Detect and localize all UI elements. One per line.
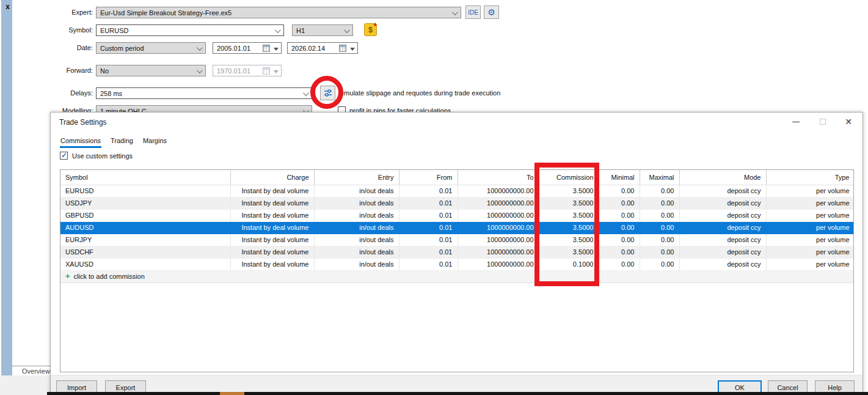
col-maximal[interactable]: Maximal xyxy=(640,170,679,185)
tab-commissions[interactable]: Commissions xyxy=(60,136,101,148)
expert-settings-gear-icon[interactable]: ⚙ xyxy=(484,6,499,19)
table-cell[interactable]: 1000000000.00 xyxy=(458,221,539,234)
col-entry[interactable]: Entry xyxy=(314,170,399,185)
table-cell[interactable]: 1000000000.00 xyxy=(458,234,539,246)
table-cell[interactable]: 1000000000.00 xyxy=(458,185,539,197)
table-cell[interactable]: GBPUSD xyxy=(60,209,230,221)
timeframe-combo[interactable]: H1 xyxy=(292,24,353,36)
table-cell[interactable]: 0.00 xyxy=(599,197,640,209)
col-commission[interactable]: Commission xyxy=(539,170,599,185)
table-cell[interactable]: 0.01 xyxy=(399,185,458,197)
table-cell[interactable]: 1000000000.00 xyxy=(458,197,539,209)
table-cell[interactable]: per volume xyxy=(766,221,854,234)
table-cell[interactable]: 0.00 xyxy=(599,246,640,258)
table-row[interactable]: USDCHFInstant by deal volumein/out deals… xyxy=(60,246,854,258)
table-cell[interactable]: 3.5000 xyxy=(539,209,599,221)
table-cell[interactable]: in/out deals xyxy=(314,185,399,197)
table-cell[interactable]: per volume xyxy=(766,197,854,209)
table-cell[interactable]: 0.01 xyxy=(399,197,458,209)
delays-settings-sliders-icon[interactable] xyxy=(320,86,335,100)
table-cell[interactable]: Instant by deal volume xyxy=(230,197,314,209)
table-cell[interactable]: 0.00 xyxy=(640,234,679,246)
tab-overview[interactable]: Overview xyxy=(22,367,50,375)
table-cell[interactable]: deposit ccy xyxy=(679,209,766,221)
dialog-titlebar[interactable]: Trade Settings — ✕ xyxy=(51,113,863,131)
symbol-properties-button[interactable]: $ + xyxy=(364,23,377,36)
table-cell[interactable]: 0.1000 xyxy=(539,258,599,270)
table-cell[interactable]: EURJPY xyxy=(60,234,230,246)
table-cell[interactable]: 0.01 xyxy=(399,234,458,246)
symbol-combo[interactable]: EURUSD xyxy=(96,24,284,36)
col-mode[interactable]: Mode xyxy=(679,170,766,185)
table-cell[interactable]: per volume xyxy=(766,209,854,221)
table-cell[interactable]: 0.00 xyxy=(640,185,679,197)
expert-combo[interactable]: Eur-Usd Simple Breakout Strategy-Free.ex… xyxy=(96,7,461,18)
table-row[interactable]: GBPUSDInstant by deal volumein/out deals… xyxy=(60,209,854,221)
table-cell[interactable]: 0.00 xyxy=(640,258,679,270)
table-cell[interactable]: 0.01 xyxy=(399,246,458,258)
table-cell[interactable]: 0.00 xyxy=(640,246,679,258)
table-cell[interactable]: deposit ccy xyxy=(679,197,766,209)
table-cell[interactable]: 3.5000 xyxy=(539,234,599,246)
table-row[interactable]: XAUUSDInstant by deal volumein/out deals… xyxy=(60,258,854,270)
table-cell[interactable]: in/out deals xyxy=(314,197,399,209)
table-cell[interactable]: 3.5000 xyxy=(539,185,599,197)
table-cell[interactable]: 0.01 xyxy=(399,258,458,270)
table-cell[interactable]: 0.00 xyxy=(599,209,640,221)
table-row[interactable]: USDJPYInstant by deal volumein/out deals… xyxy=(60,197,854,209)
table-cell[interactable]: 3.5000 xyxy=(539,197,599,209)
table-cell[interactable]: USDJPY xyxy=(60,197,230,209)
table-cell[interactable]: deposit ccy xyxy=(679,258,766,270)
table-cell[interactable]: per volume xyxy=(766,258,854,270)
table-cell[interactable]: 1000000000.00 xyxy=(458,246,539,258)
table-cell[interactable]: per volume xyxy=(766,185,854,197)
forward-combo[interactable]: No xyxy=(96,65,206,76)
table-cell[interactable]: 0.00 xyxy=(599,234,640,246)
use-custom-settings-checkbox[interactable] xyxy=(60,152,68,160)
table-cell[interactable]: in/out deals xyxy=(314,234,399,246)
table-cell[interactable]: Instant by deal volume xyxy=(230,258,314,270)
table-cell[interactable]: Instant by deal volume xyxy=(230,234,314,246)
table-row[interactable]: EURJPYInstant by deal volumein/out deals… xyxy=(60,234,854,246)
table-cell[interactable]: XAUUSD xyxy=(60,258,230,270)
table-cell[interactable]: 0.00 xyxy=(599,185,640,197)
table-row[interactable]: EURUSDInstant by deal volumein/out deals… xyxy=(60,185,854,197)
table-cell[interactable]: 0.00 xyxy=(599,258,640,270)
panel-close-icon[interactable]: x xyxy=(4,3,12,11)
table-cell[interactable]: deposit ccy xyxy=(679,234,766,246)
table-cell[interactable]: Instant by deal volume xyxy=(230,246,314,258)
table-cell[interactable]: 0.00 xyxy=(640,209,679,221)
col-charge[interactable]: Charge xyxy=(230,170,314,185)
table-header-row[interactable]: Symbol Charge Entry From To Commission M… xyxy=(60,170,854,185)
close-icon[interactable]: ✕ xyxy=(838,113,859,131)
date-period-combo[interactable]: Custom period xyxy=(96,42,206,54)
table-cell[interactable]: 3.5000 xyxy=(539,221,599,234)
minimize-icon[interactable]: — xyxy=(786,113,806,131)
table-cell[interactable]: in/out deals xyxy=(314,258,399,270)
table-cell[interactable]: AUDUSD xyxy=(60,221,230,234)
table-cell[interactable]: 0.00 xyxy=(599,221,640,234)
table-cell[interactable]: 3.5000 xyxy=(539,246,599,258)
table-cell[interactable]: EURUSD xyxy=(60,185,230,197)
table-cell[interactable]: 1000000000.00 xyxy=(458,258,539,270)
col-minimal[interactable]: Minimal xyxy=(599,170,640,185)
table-cell[interactable]: per volume xyxy=(766,246,854,258)
table-cell[interactable]: deposit ccy xyxy=(679,185,766,197)
col-from[interactable]: From xyxy=(399,170,458,185)
table-row[interactable]: AUDUSDInstant by deal volumein/out deals… xyxy=(60,221,854,234)
table-cell[interactable]: deposit ccy xyxy=(679,221,766,234)
table-cell[interactable]: 0.01 xyxy=(399,221,458,234)
tab-trading[interactable]: Trading xyxy=(110,136,134,148)
table-cell[interactable]: 1000000000.00 xyxy=(458,209,539,221)
date-to-field[interactable]: 2026.02.14 xyxy=(287,42,358,54)
delays-combo[interactable]: 258 ms xyxy=(96,87,312,99)
col-symbol[interactable]: Symbol xyxy=(60,170,230,185)
table-cell[interactable]: 0.00 xyxy=(640,197,679,209)
table-cell[interactable]: deposit ccy xyxy=(679,246,766,258)
table-cell[interactable]: in/out deals xyxy=(314,246,399,258)
ide-button[interactable]: IDE xyxy=(465,6,481,19)
col-type[interactable]: Type xyxy=(766,170,854,185)
table-cell[interactable]: in/out deals xyxy=(314,209,399,221)
table-cell[interactable]: USDCHF xyxy=(60,246,230,258)
table-cell[interactable]: Instant by deal volume xyxy=(230,185,314,197)
